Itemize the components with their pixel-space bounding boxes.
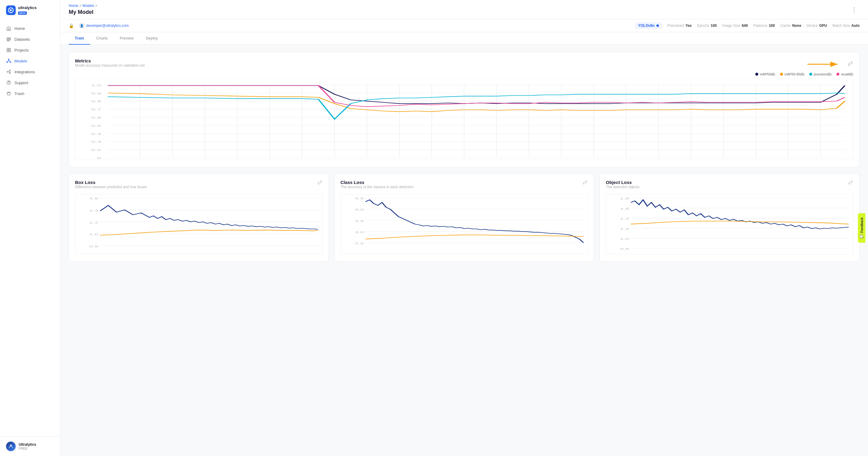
- user-avatar-small: 👤: [79, 23, 85, 29]
- breadcrumb: Home > Models >: [69, 4, 97, 8]
- svg-text:26: 26: [525, 160, 533, 160]
- logo: ultralytics BETA: [0, 0, 60, 21]
- page-title: My Model: [69, 9, 97, 16]
- legend-dot-map5095: [780, 73, 783, 76]
- pretrained-meta: Pretrained Yes: [667, 24, 692, 28]
- svg-text:36: 36: [687, 160, 695, 160]
- class-loss-svg: 4.5 4.0 3.5 3.0 2.5: [341, 194, 588, 254]
- box-loss-title: Box Loss: [75, 180, 147, 185]
- sidebar-item-support[interactable]: Support: [0, 77, 60, 88]
- svg-text:1.0: 1.0: [91, 84, 101, 87]
- sidebar-item-integrations[interactable]: Integrations: [0, 66, 60, 77]
- tab-deploy[interactable]: Deploy: [140, 32, 164, 45]
- image-size-value: 640: [742, 24, 748, 28]
- patience-meta: Patience 100: [753, 24, 775, 28]
- precision-line: [108, 93, 845, 119]
- image-size-meta: Image Size 640: [722, 24, 748, 28]
- models-icon: [6, 58, 11, 64]
- box-loss-expand[interactable]: [317, 180, 322, 187]
- email-text: developer@ultralytics.com: [86, 24, 129, 28]
- box-loss-val-line: [100, 230, 318, 235]
- content-area: Metrics Model accuracy measured on valid…: [60, 45, 868, 456]
- top-section: Home > Models > My Model ⋮ 🔒 👤 developer…: [60, 0, 868, 45]
- svg-text:12: 12: [298, 160, 306, 160]
- svg-text:1.8: 1.8: [620, 197, 629, 200]
- object-loss-subtitle: The detected objects: [606, 185, 639, 189]
- tab-train[interactable]: Train: [69, 32, 90, 45]
- sidebar-item-projects[interactable]: Projects: [0, 45, 60, 56]
- svg-rect-3: [7, 38, 10, 38]
- sidebar-label-projects: Projects: [14, 48, 29, 53]
- cache-meta: Cache None: [780, 24, 801, 28]
- svg-text:1.6: 1.6: [620, 207, 629, 210]
- object-loss-section: Object Loss The detected objects: [599, 173, 860, 262]
- legend-recall: recall(B): [836, 73, 853, 76]
- svg-text:38: 38: [719, 160, 727, 160]
- svg-rect-7: [9, 48, 10, 50]
- legend-map5095: mAP50-95(B): [780, 73, 805, 76]
- sidebar-item-trash[interactable]: Trash: [0, 88, 60, 99]
- legend-label-precision: precision(B): [814, 73, 832, 76]
- legend-dot-map50: [755, 73, 758, 76]
- datasets-icon: [6, 36, 11, 42]
- feedback-button[interactable]: 💬 Feedback: [858, 213, 866, 243]
- sidebar-label-integrations: Integrations: [14, 70, 35, 74]
- class-loss-subtitle: The accuracy of the classes in each dete…: [341, 185, 414, 189]
- svg-point-14: [9, 70, 10, 71]
- svg-text:1.0: 1.0: [89, 232, 98, 236]
- svg-text:16: 16: [363, 160, 371, 160]
- metrics-chart-section: Metrics Model accuracy measured on valid…: [69, 52, 860, 167]
- avatar: [6, 441, 16, 451]
- sidebar-item-datasets[interactable]: Datasets: [0, 34, 60, 45]
- user-footer: Ultralytics FREE: [0, 436, 60, 456]
- svg-text:1.6: 1.6: [89, 197, 98, 200]
- user-plan: FREE: [19, 447, 36, 450]
- svg-text:1.2: 1.2: [89, 221, 98, 224]
- svg-rect-4: [7, 39, 10, 40]
- x-axis-labels: 0 2 4 6 8 10 12 14 16 18 20 22 2: [106, 160, 849, 160]
- svg-text:24: 24: [493, 160, 501, 160]
- svg-point-17: [8, 83, 9, 84]
- svg-point-2: [10, 9, 12, 11]
- class-loss-expand[interactable]: [582, 180, 588, 187]
- metrics-legend: mAP50(B) mAP50-95(B) precision(B) recall…: [75, 73, 853, 76]
- svg-text:2: 2: [138, 160, 142, 160]
- device-value: GPU: [819, 24, 827, 28]
- svg-point-18: [10, 445, 12, 446]
- sidebar-item-models[interactable]: Models: [0, 56, 60, 66]
- sidebar-item-home[interactable]: Home: [0, 23, 60, 34]
- svg-text:10: 10: [266, 160, 274, 160]
- class-loss-train-line: [366, 200, 584, 243]
- breadcrumb-models[interactable]: Models: [83, 4, 94, 8]
- pretrained-label: Pretrained: [667, 24, 684, 28]
- svg-rect-5: [7, 41, 9, 41]
- metrics-svg: 1.0 0.9 0.8 0.7 0.6 0.5 0.4 0.3 0.2 0: [75, 78, 853, 160]
- tab-charts[interactable]: Charts: [90, 32, 114, 45]
- svg-text:0: 0: [106, 160, 110, 160]
- more-button[interactable]: ⋮: [849, 5, 860, 15]
- breadcrumb-home[interactable]: Home: [69, 4, 79, 8]
- metrics-expand-button[interactable]: [847, 61, 853, 68]
- svg-text:0.8: 0.8: [620, 247, 629, 251]
- svg-text:4.0: 4.0: [355, 208, 364, 211]
- device-meta: Device GPU: [807, 24, 827, 28]
- svg-text:0.3: 0.3: [91, 140, 101, 144]
- svg-text:4: 4: [170, 160, 175, 160]
- main-content: Home > Models > My Model ⋮ 🔒 👤 developer…: [60, 0, 868, 456]
- svg-text:3.5: 3.5: [355, 219, 364, 223]
- charts-grid: Box Loss Difference between predicted an…: [69, 173, 860, 268]
- svg-text:1.2: 1.2: [620, 227, 629, 230]
- tab-preview[interactable]: Preview: [114, 32, 140, 45]
- epochs-label: Epochs: [697, 24, 709, 28]
- object-loss-expand[interactable]: [848, 180, 853, 187]
- cache-label: Cache: [780, 24, 791, 28]
- svg-text:0.7: 0.7: [91, 108, 101, 111]
- batch-size-meta: Batch Size Auto: [832, 24, 860, 28]
- svg-text:1.4: 1.4: [89, 209, 98, 212]
- app-badge: BETA: [18, 11, 27, 15]
- obj-loss-train-line: [631, 200, 849, 229]
- svg-text:6: 6: [203, 160, 207, 160]
- svg-text:46: 46: [841, 160, 849, 160]
- tabs: Train Charts Preview Deploy: [60, 32, 868, 45]
- home-icon: [6, 26, 11, 31]
